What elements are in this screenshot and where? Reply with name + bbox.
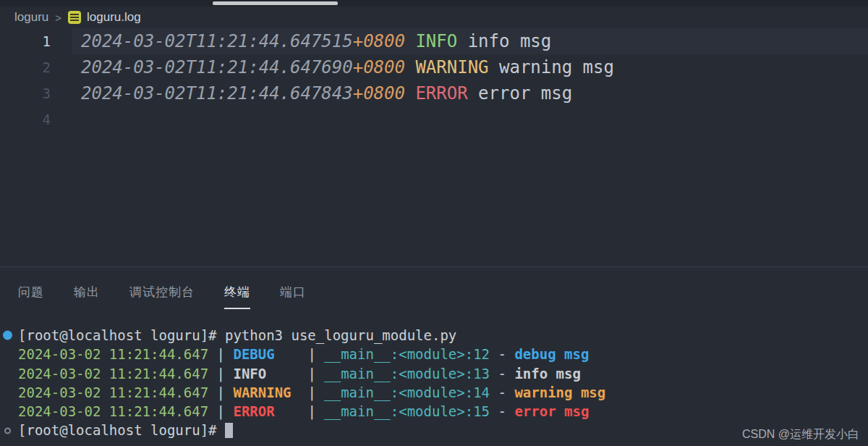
terminal-line: 2024-03-02 11:21:44.647 | INFO | __main_… [0, 364, 868, 383]
terminal-line: [root@localhost loguru]# python3 use_log… [0, 326, 868, 345]
terminal-cursor [225, 423, 233, 438]
terminal-line: 2024-03-02 11:21:44.647 | WARNING | __ma… [0, 383, 868, 402]
terminal-area[interactable]: [root@localhost loguru]# python3 use_log… [0, 326, 868, 446]
line-number: 1 [0, 28, 72, 54]
editor-line-text [72, 106, 868, 132]
editor-line[interactable]: 32024-03-02T11:21:44.647843+0800 ERROR e… [0, 80, 868, 106]
editor-line[interactable]: 22024-03-02T11:21:44.647690+0800 WARNING… [0, 54, 868, 80]
tab-ports[interactable]: 端口 [280, 284, 306, 309]
line-number: 4 [0, 106, 72, 132]
terminal-line: 2024-03-02 11:21:44.647 | ERROR | __main… [0, 402, 868, 421]
editor-line-text: 2024-03-02T11:21:44.647690+0800 WARNING … [72, 54, 868, 80]
tab-output[interactable]: 输出 [74, 284, 100, 309]
line-number: 3 [0, 80, 72, 106]
tab-terminal[interactable]: 终端 [224, 284, 250, 309]
tab-debug-console[interactable]: 调试控制台 [129, 284, 195, 309]
breadcrumb-file[interactable]: loguru.log [87, 10, 141, 25]
editor-area[interactable]: 12024-03-02T11:21:44.647515+0800 INFO in… [0, 28, 868, 266]
active-tab-indicator [213, 1, 338, 5]
terminal-line: [root@localhost loguru]# [0, 421, 868, 439]
command-decoration-dot-icon[interactable] [3, 331, 12, 340]
editor-tab-strip [0, 0, 868, 7]
editor-line-text: 2024-03-02T11:21:44.647515+0800 INFO inf… [72, 28, 868, 54]
breadcrumb: loguru > loguru.log [0, 7, 868, 28]
panel-tabs: 问题输出调试控制台终端端口 [0, 267, 868, 312]
log-file-icon [68, 11, 81, 24]
editor-line[interactable]: 12024-03-02T11:21:44.647515+0800 INFO in… [0, 28, 868, 54]
tab-problems[interactable]: 问题 [18, 284, 44, 309]
terminal-line: 2024-03-02 11:21:44.647 | DEBUG | __main… [0, 345, 868, 363]
command-decoration-circle-icon[interactable] [4, 427, 11, 434]
editor-line-text: 2024-03-02T11:21:44.647843+0800 ERROR er… [72, 80, 868, 106]
watermark: CSDN @运维开发小白 [742, 427, 859, 442]
chevron-right-icon: > [55, 12, 61, 24]
editor-line[interactable]: 4 [0, 106, 868, 132]
line-number: 2 [0, 54, 72, 80]
breadcrumb-folder[interactable]: loguru [14, 10, 48, 25]
